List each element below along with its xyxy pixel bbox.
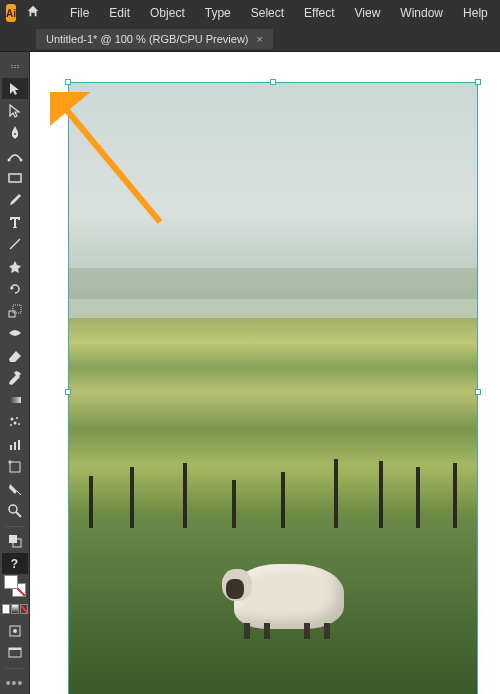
home-icon[interactable] — [20, 4, 46, 22]
eyedropper-tool[interactable] — [2, 367, 28, 388]
tab-title: Untitled-1* @ 100 % (RGB/CPU Preview) — [46, 33, 249, 45]
gradient-tool[interactable] — [2, 390, 28, 411]
workspace: ? ••• — [0, 52, 500, 694]
svg-point-20 — [13, 422, 16, 425]
svg-rect-5 — [14, 65, 16, 66]
menu-help[interactable]: Help — [455, 3, 496, 23]
menu-window[interactable]: Window — [392, 3, 451, 23]
fill-stroke-swatch[interactable] — [2, 575, 28, 597]
menu-effect[interactable]: Effect — [296, 3, 342, 23]
svg-rect-4 — [11, 65, 13, 66]
selection-handle[interactable] — [65, 79, 71, 85]
app-logo-icon: Ai — [6, 4, 16, 22]
sheep — [224, 549, 354, 639]
menu-edit[interactable]: Edit — [101, 3, 138, 23]
svg-point-11 — [7, 158, 10, 161]
menu-file[interactable]: File — [62, 3, 97, 23]
pen-tool[interactable] — [2, 123, 28, 144]
shape-tool[interactable] — [2, 256, 28, 277]
svg-rect-9 — [17, 67, 19, 68]
svg-rect-16 — [13, 305, 21, 313]
svg-rect-26 — [10, 462, 20, 472]
svg-point-29 — [9, 505, 17, 513]
selection-tool[interactable] — [2, 78, 28, 99]
svg-point-34 — [13, 629, 17, 633]
rectangle-tool[interactable] — [2, 167, 28, 188]
close-icon[interactable]: × — [257, 33, 263, 45]
photo-content — [69, 83, 477, 694]
svg-rect-17 — [9, 397, 21, 403]
rotate-tool[interactable] — [2, 278, 28, 299]
menu-type[interactable]: Type — [197, 3, 239, 23]
menu-object[interactable]: Object — [142, 3, 193, 23]
selection-handle[interactable] — [65, 389, 71, 395]
slice-tool[interactable] — [2, 478, 28, 499]
line-tool[interactable] — [2, 234, 28, 255]
symbol-sprayer-tool[interactable] — [2, 412, 28, 433]
edit-toolbar-icon[interactable]: ••• — [2, 673, 28, 694]
svg-rect-23 — [10, 445, 12, 450]
paintbrush-tool[interactable] — [2, 189, 28, 210]
scale-tool[interactable] — [2, 301, 28, 322]
selection-handle[interactable] — [475, 79, 481, 85]
screen-mode-icon[interactable] — [2, 643, 28, 664]
selection-handle[interactable] — [270, 79, 276, 85]
curvature-tool[interactable] — [2, 145, 28, 166]
placed-image[interactable] — [68, 82, 478, 694]
svg-point-21 — [18, 423, 20, 425]
menu-view[interactable]: View — [347, 3, 389, 23]
zoom-tool[interactable] — [2, 501, 28, 522]
artboard-tool[interactable] — [2, 456, 28, 477]
graph-tool[interactable] — [2, 434, 28, 455]
svg-rect-8 — [14, 67, 16, 68]
selection-handle[interactable] — [475, 389, 481, 395]
svg-point-12 — [19, 158, 22, 161]
svg-rect-24 — [14, 442, 16, 450]
menu-bar: Ai File Edit Object Type Select Effect V… — [0, 0, 500, 26]
svg-line-30 — [16, 512, 21, 517]
type-tool[interactable] — [2, 212, 28, 233]
width-tool[interactable] — [2, 323, 28, 344]
svg-point-18 — [10, 418, 13, 421]
direct-selection-tool[interactable] — [2, 100, 28, 121]
svg-line-14 — [10, 239, 20, 249]
divider — [5, 526, 25, 527]
menu-select[interactable]: Select — [243, 3, 292, 23]
toggle-fill-stroke-icon[interactable] — [2, 531, 28, 552]
divider — [5, 668, 25, 669]
color-mode-row[interactable] — [2, 598, 28, 619]
svg-point-22 — [10, 424, 12, 426]
panel-grip-icon[interactable] — [2, 56, 28, 77]
document-tab-bar: Untitled-1* @ 100 % (RGB/CPU Preview) × — [0, 26, 500, 52]
svg-rect-6 — [17, 65, 19, 66]
svg-rect-25 — [18, 440, 20, 450]
svg-point-19 — [16, 417, 18, 419]
draw-mode-icon[interactable] — [2, 621, 28, 642]
svg-rect-36 — [9, 648, 21, 650]
canvas[interactable] — [30, 52, 500, 694]
svg-rect-7 — [11, 67, 13, 68]
svg-rect-13 — [9, 174, 21, 182]
tools-panel: ? ••• — [0, 52, 30, 694]
eraser-tool[interactable] — [2, 345, 28, 366]
svg-rect-15 — [9, 311, 15, 317]
help-icon[interactable]: ? — [2, 553, 28, 574]
document-tab[interactable]: Untitled-1* @ 100 % (RGB/CPU Preview) × — [36, 29, 273, 49]
svg-point-10 — [14, 133, 16, 135]
